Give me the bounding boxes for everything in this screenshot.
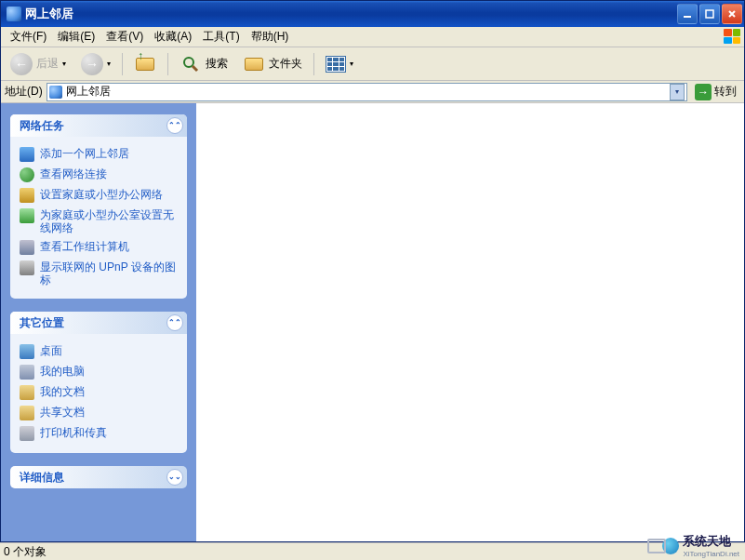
menu-view[interactable]: 查看(V) xyxy=(100,27,149,47)
views-dropdown-icon[interactable]: ▾ xyxy=(350,60,353,68)
statusbar: 0 个对象 xyxy=(0,542,745,560)
folder-view[interactable] xyxy=(196,103,744,541)
workgroup-icon xyxy=(20,240,34,255)
close-button[interactable] xyxy=(722,4,742,24)
network-places-icon xyxy=(7,7,21,21)
forward-dropdown-icon[interactable]: ▾ xyxy=(107,60,111,68)
task-panel: 其它位置⌃⌃桌面我的电脑我的文档共享文档打印机和传真 xyxy=(10,312,187,453)
svg-rect-1 xyxy=(706,10,713,18)
go-arrow-icon: → xyxy=(695,84,712,100)
task-label: 我的电脑 xyxy=(40,365,85,378)
netconn-icon xyxy=(20,167,34,182)
task-panel: 详细信息⌄⌄ xyxy=(10,466,187,488)
task-link[interactable]: 添加一个网上邻居 xyxy=(20,144,178,165)
addressbar: 地址(D) 网上邻居 ▾ → 转到 xyxy=(1,81,744,103)
folders-icon xyxy=(243,53,265,75)
task-link[interactable]: 共享文档 xyxy=(20,403,178,423)
collapse-icon[interactable]: ⌃⌃ xyxy=(166,314,183,331)
search-icon xyxy=(180,53,202,75)
task-label: 显示联网的 UPnP 设备的图标 xyxy=(40,260,178,287)
go-button[interactable]: → 转到 xyxy=(691,83,740,101)
back-dropdown-icon[interactable]: ▾ xyxy=(62,60,66,68)
task-link[interactable]: 我的电脑 xyxy=(20,362,178,382)
toolbar-separator xyxy=(122,53,123,75)
svg-line-3 xyxy=(193,66,197,71)
panel-header[interactable]: 其它位置⌃⌃ xyxy=(10,312,187,334)
maximize-button[interactable] xyxy=(699,4,720,24)
watermark-sub: XiTongTianDi.net xyxy=(683,550,739,558)
menu-edit[interactable]: 编辑(E) xyxy=(52,27,100,47)
task-pane: 网络任务⌃⌃添加一个网上邻居查看网络连接设置家庭或小型办公网络为家庭或小型办公室… xyxy=(1,103,196,541)
task-label: 添加一个网上邻居 xyxy=(40,147,129,160)
desktop-icon xyxy=(20,344,34,359)
panel-header[interactable]: 网络任务⌃⌃ xyxy=(10,114,187,137)
netadd-icon xyxy=(20,147,34,162)
forward-button[interactable]: → ▾ xyxy=(75,51,116,77)
task-link[interactable]: 为家庭或小型办公室设置无线网络 xyxy=(20,206,178,237)
address-field[interactable]: 网上邻居 ▾ xyxy=(47,83,687,101)
toolbar-separator xyxy=(167,53,168,75)
task-label: 打印机和传真 xyxy=(40,426,107,439)
content-area: 网络任务⌃⌃添加一个网上邻居查看网络连接设置家庭或小型办公网络为家庭或小型办公室… xyxy=(1,103,744,541)
go-label: 转到 xyxy=(714,84,737,100)
task-link[interactable]: 桌面 xyxy=(20,341,178,362)
status-text: 0 个对象 xyxy=(4,544,47,560)
panel-header[interactable]: 详细信息⌄⌄ xyxy=(10,466,187,488)
panel-title: 网络任务 xyxy=(20,118,166,134)
menu-tools[interactable]: 工具(T) xyxy=(197,27,245,47)
minimize-button[interactable] xyxy=(677,4,698,24)
task-label: 设置家庭或小型办公网络 xyxy=(40,188,163,201)
task-link[interactable]: 打印机和传真 xyxy=(20,423,178,444)
nethome-icon xyxy=(20,188,34,203)
panel-body: 桌面我的电脑我的文档共享文档打印机和传真 xyxy=(10,334,187,453)
task-link[interactable]: 显示联网的 UPnP 设备的图标 xyxy=(20,258,178,289)
menu-file[interactable]: 文件(F) xyxy=(5,27,52,47)
task-label: 共享文档 xyxy=(40,406,85,419)
task-label: 我的文档 xyxy=(40,385,85,398)
views-button[interactable]: ▾ xyxy=(320,54,359,74)
svg-rect-0 xyxy=(684,16,691,18)
back-label: 后退 xyxy=(36,56,59,72)
explorer-window: 网上邻居 文件(F) 编辑(E) 查看(V) 收藏(A) 工具(T) 帮助(H)… xyxy=(0,0,745,542)
up-folder-icon: ↑ xyxy=(134,53,156,75)
address-label: 地址(D) xyxy=(5,84,43,100)
mydocs-icon xyxy=(20,385,34,400)
task-label: 查看网络连接 xyxy=(40,167,107,180)
address-location-icon xyxy=(49,86,62,99)
search-label: 搜索 xyxy=(206,56,228,72)
task-link[interactable]: 查看网络连接 xyxy=(20,165,178,185)
search-button[interactable]: 搜索 xyxy=(174,51,233,77)
menu-favorites[interactable]: 收藏(A) xyxy=(149,27,197,47)
titlebar[interactable]: 网上邻居 xyxy=(1,1,744,27)
menu-help[interactable]: 帮助(H) xyxy=(246,27,295,47)
wireless-icon xyxy=(20,208,34,223)
back-button[interactable]: ← 后退 ▾ xyxy=(5,51,72,77)
collapse-icon[interactable]: ⌃⌃ xyxy=(166,117,183,134)
up-button[interactable]: ↑ xyxy=(128,51,162,77)
back-arrow-icon: ← xyxy=(10,53,33,75)
panel-body: 添加一个网上邻居查看网络连接设置家庭或小型办公网络为家庭或小型办公室设置无线网络… xyxy=(10,137,187,299)
task-link[interactable]: 我的文档 xyxy=(20,382,178,403)
shared-icon xyxy=(20,406,34,420)
svg-point-2 xyxy=(184,58,193,67)
task-link[interactable]: 设置家庭或小型办公网络 xyxy=(20,185,178,206)
task-label: 为家庭或小型办公室设置无线网络 xyxy=(40,208,178,234)
watermark: 系统天地 XiTongTianDi.net xyxy=(647,533,739,558)
window-title: 网上邻居 xyxy=(25,6,677,22)
task-label: 查看工作组计算机 xyxy=(40,240,129,253)
folders-label: 文件夹 xyxy=(269,56,302,72)
forward-arrow-icon: → xyxy=(81,53,103,75)
folders-button[interactable]: 文件夹 xyxy=(237,51,308,77)
toolbar: ← 后退 ▾ → ▾ ↑ 搜索 文件夹 xyxy=(1,47,744,81)
watermark-logo-icon xyxy=(647,538,679,554)
menubar: 文件(F) 编辑(E) 查看(V) 收藏(A) 工具(T) 帮助(H) xyxy=(1,27,744,47)
address-dropdown-button[interactable]: ▾ xyxy=(670,84,685,100)
task-panel: 网络任务⌃⌃添加一个网上邻居查看网络连接设置家庭或小型办公网络为家庭或小型办公室… xyxy=(10,114,187,299)
printer-icon xyxy=(20,426,34,441)
address-value: 网上邻居 xyxy=(66,84,666,100)
toolbar-separator xyxy=(313,53,314,75)
task-link[interactable]: 查看工作组计算机 xyxy=(20,237,178,258)
watermark-main: 系统天地 xyxy=(683,534,731,548)
expand-icon[interactable]: ⌄⌄ xyxy=(166,469,183,486)
mycomputer-icon xyxy=(20,365,34,380)
